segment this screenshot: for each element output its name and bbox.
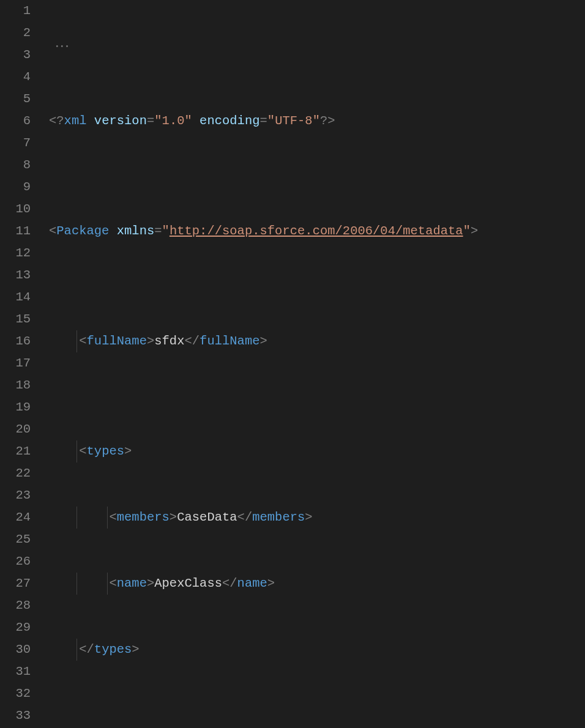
line-number: 20 bbox=[0, 418, 31, 440]
line-number: 26 bbox=[0, 551, 31, 573]
line-number: 9 bbox=[0, 176, 31, 198]
line-number: 22 bbox=[0, 462, 31, 485]
line-number: 31 bbox=[0, 661, 31, 683]
line-number: 27 bbox=[0, 573, 31, 595]
line-number: 17 bbox=[0, 352, 31, 374]
folding-ellipsis-icon: ••• bbox=[55, 35, 70, 58]
line-number: 11 bbox=[0, 220, 31, 242]
line-number-gutter: 1 2 3 4 5 6 7 8 9 10 11 12 13 14 15 16 1… bbox=[0, 0, 44, 728]
code-line: </types> bbox=[49, 639, 478, 661]
code-line: <fullName>sfdx</fullName> bbox=[49, 330, 478, 352]
line-number: 5 bbox=[0, 88, 31, 110]
line-number: 10 bbox=[0, 198, 31, 220]
line-number: 4 bbox=[0, 66, 31, 88]
code-line: <?xml version="1.0" encoding="UTF-8"?> bbox=[49, 110, 478, 132]
line-number: 23 bbox=[0, 485, 31, 507]
line-number: 12 bbox=[0, 242, 31, 264]
line-number: 18 bbox=[0, 374, 31, 396]
code-area[interactable]: ••• <?xml version="1.0" encoding="UTF-8"… bbox=[44, 0, 478, 728]
line-number: 19 bbox=[0, 396, 31, 418]
line-number: 1 bbox=[0, 0, 31, 22]
line-number: 30 bbox=[0, 639, 31, 661]
code-line: <types> bbox=[49, 440, 478, 462]
line-number: 13 bbox=[0, 264, 31, 286]
line-number: 33 bbox=[0, 705, 31, 727]
line-number: 21 bbox=[0, 440, 31, 462]
line-number: 6 bbox=[0, 110, 31, 132]
line-number: 2 bbox=[0, 22, 31, 44]
code-editor[interactable]: 1 2 3 4 5 6 7 8 9 10 11 12 13 14 15 16 1… bbox=[0, 0, 585, 728]
line-number: 14 bbox=[0, 286, 31, 308]
line-number: 24 bbox=[0, 507, 31, 529]
line-number: 32 bbox=[0, 683, 31, 705]
line-number: 16 bbox=[0, 330, 31, 352]
code-line: <members>CaseData</members> bbox=[49, 507, 478, 529]
line-number: 3 bbox=[0, 44, 31, 66]
line-number: 7 bbox=[0, 132, 31, 154]
line-number: 29 bbox=[0, 617, 31, 639]
code-line: <name>ApexClass</name> bbox=[49, 573, 478, 595]
line-number: 8 bbox=[0, 154, 31, 176]
line-number: 25 bbox=[0, 529, 31, 551]
line-number: 28 bbox=[0, 595, 31, 617]
line-number: 15 bbox=[0, 308, 31, 330]
code-line: <Package xmlns="http://soap.sforce.com/2… bbox=[49, 220, 478, 242]
